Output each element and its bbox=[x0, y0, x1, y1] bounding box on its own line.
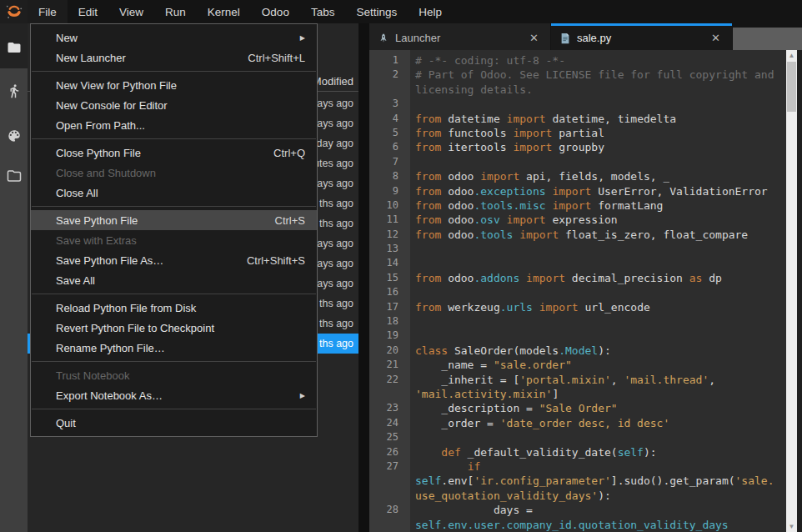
code-line: 'mail.activity.mixin'] bbox=[410, 387, 559, 401]
menu-item-label: Quit bbox=[56, 417, 76, 429]
menu-item-shortcut: Ctrl+Shift+S bbox=[247, 254, 305, 267]
menu-odoo[interactable]: Odoo bbox=[251, 0, 300, 23]
folder-outline-icon[interactable] bbox=[0, 165, 28, 187]
menu-file[interactable]: File bbox=[28, 0, 68, 23]
python-file-icon bbox=[559, 33, 571, 44]
code-row: 27 if bbox=[369, 459, 786, 474]
menu-item-new-console-for-editor[interactable]: New Console for Editor bbox=[31, 95, 317, 115]
code-row: 25 bbox=[369, 430, 786, 444]
launcher-icon bbox=[378, 33, 389, 44]
line-number: 3 bbox=[369, 97, 410, 111]
menu-item-new-launcher[interactable]: New LauncherCtrl+Shift+L bbox=[31, 48, 317, 68]
menu-item-new-view-for-python-file[interactable]: New View for Python File bbox=[31, 75, 317, 95]
scrollbar-thumb[interactable] bbox=[787, 62, 796, 112]
editor-scrollbar[interactable]: ▲ ▼ bbox=[786, 50, 802, 532]
menu-item-label: Save All bbox=[56, 274, 95, 287]
close-icon[interactable]: ✕ bbox=[526, 32, 542, 44]
line-number: 13 bbox=[369, 242, 410, 256]
panel-splitter[interactable] bbox=[358, 23, 369, 532]
code-line: from odoo import api, fields, models, _ bbox=[410, 169, 669, 183]
line-number: 4 bbox=[369, 112, 410, 126]
code-row: 8from odoo import api, fields, models, _ bbox=[369, 169, 786, 183]
menu-item-shortcut: Ctrl+S bbox=[275, 214, 305, 227]
menu-view[interactable]: View bbox=[108, 0, 154, 23]
menu-item-save-python-file-as[interactable]: Save Python File As…Ctrl+Shift+S bbox=[31, 250, 317, 270]
code-line: self.env['ir.config_parameter'].sudo().g… bbox=[410, 474, 774, 488]
scroll-up-icon[interactable]: ▲ bbox=[786, 50, 797, 61]
code-row: licensing details. bbox=[369, 83, 786, 97]
close-icon[interactable]: ✕ bbox=[708, 32, 724, 44]
line-number: 20 bbox=[369, 344, 410, 358]
menu-item-open-from-path[interactable]: Open From Path... bbox=[31, 115, 317, 135]
code-line: days = bbox=[410, 503, 533, 517]
menu-item-rename-python-file[interactable]: Rename Python File… bbox=[31, 338, 317, 358]
code-row: 18 bbox=[369, 314, 786, 329]
file-menu-dropdown: New▶New LauncherCtrl+Shift+LNew View for… bbox=[30, 23, 318, 437]
line-number: 21 bbox=[369, 358, 410, 372]
menu-divider bbox=[32, 361, 316, 362]
menu-item-label: Open From Path... bbox=[56, 119, 145, 132]
code-row: 12from odoo.tools import float_is_zero, … bbox=[369, 228, 786, 242]
code-line bbox=[410, 285, 415, 299]
code-row: 24 _order = 'date_order desc, id desc' bbox=[369, 416, 786, 430]
menu-item-export-notebook-as[interactable]: Export Notebook As…▶ bbox=[31, 385, 317, 405]
menu-divider bbox=[32, 294, 316, 294]
tab-label: sale.py bbox=[577, 32, 611, 44]
line-number: 25 bbox=[369, 430, 410, 444]
menu-settings[interactable]: Settings bbox=[345, 0, 408, 23]
code-line: from itertools import groupby bbox=[410, 140, 604, 154]
code-row: 3 bbox=[369, 97, 786, 111]
menu-help[interactable]: Help bbox=[408, 0, 453, 23]
menu-run[interactable]: Run bbox=[154, 0, 197, 23]
code-row: self.env['ir.config_parameter'].sudo().g… bbox=[369, 474, 786, 488]
line-number bbox=[369, 474, 410, 488]
menu-item-label: New Launcher bbox=[56, 52, 126, 64]
menu-item-new[interactable]: New▶ bbox=[31, 28, 317, 48]
running-man-icon[interactable] bbox=[0, 80, 28, 102]
jupyterlab-window: FileEditViewRunKernelOdooTabsSettingsHel… bbox=[0, 0, 802, 532]
line-number: 18 bbox=[369, 314, 410, 329]
menu-divider bbox=[32, 138, 316, 139]
menubar: FileEditViewRunKernelOdooTabsSettingsHel… bbox=[0, 0, 802, 23]
folder-icon[interactable] bbox=[0, 37, 28, 58]
line-number: 28 bbox=[369, 503, 410, 517]
line-number: 12 bbox=[369, 228, 410, 242]
code-line: _name = "sale.order" bbox=[410, 358, 572, 372]
line-number: 6 bbox=[369, 140, 410, 154]
menu-item-close-all[interactable]: Close All bbox=[31, 183, 317, 203]
scroll-down-icon[interactable]: ▼ bbox=[786, 521, 797, 532]
menu-item-label: Reload Python File from Disk bbox=[56, 302, 196, 314]
code-line bbox=[410, 329, 415, 343]
menu-item-reload-python-file-from-disk[interactable]: Reload Python File from Disk bbox=[31, 298, 317, 318]
code-line: from odoo.tools.misc import formatLang bbox=[410, 198, 663, 213]
tab-sale-py[interactable]: sale.py✕ bbox=[551, 23, 732, 50]
code-line: if bbox=[410, 459, 480, 474]
menu-item-revert-python-file-to-checkpoint[interactable]: Revert Python File to Checkpoint bbox=[31, 318, 317, 338]
code-line bbox=[410, 97, 415, 111]
menu-item-save-all[interactable]: Save All bbox=[31, 270, 317, 290]
menu-item-quit[interactable]: Quit bbox=[31, 413, 317, 433]
code-line: from functools import partial bbox=[410, 126, 604, 140]
left-sidebar bbox=[0, 23, 28, 532]
tab-launcher[interactable]: Launcher✕ bbox=[369, 23, 550, 50]
line-number bbox=[369, 518, 410, 532]
palette-icon[interactable] bbox=[0, 125, 28, 147]
menu-item-label: Save Python File As… bbox=[56, 254, 163, 267]
code-rows: 1# -*- coding: utf-8 -*-2# Part of Odoo.… bbox=[369, 53, 786, 532]
code-row: 23 _description = "Sale Order" bbox=[369, 401, 786, 415]
menu-item-close-python-file[interactable]: Close Python FileCtrl+Q bbox=[31, 143, 317, 163]
menu-item-label: Rename Python File… bbox=[56, 342, 165, 354]
menu-edit[interactable]: Edit bbox=[68, 0, 108, 23]
menu-item-label: Trust Notebook bbox=[56, 369, 129, 382]
menu-kernel[interactable]: Kernel bbox=[197, 0, 251, 23]
menu-item-save-python-file[interactable]: Save Python FileCtrl+S bbox=[31, 210, 317, 230]
menu-divider bbox=[32, 206, 316, 207]
code-editor[interactable]: 1# -*- coding: utf-8 -*-2# Part of Odoo.… bbox=[369, 50, 802, 532]
code-row: 21 _name = "sale.order" bbox=[369, 358, 786, 372]
code-line: from odoo.osv import expression bbox=[410, 213, 618, 227]
code-line: # Part of Odoo. See LICENSE file for ful… bbox=[410, 68, 774, 82]
line-number: 17 bbox=[369, 300, 410, 314]
menu-tabs[interactable]: Tabs bbox=[300, 0, 346, 23]
code-line: # -*- coding: utf-8 -*- bbox=[410, 53, 565, 68]
code-row: 13 bbox=[369, 242, 786, 256]
